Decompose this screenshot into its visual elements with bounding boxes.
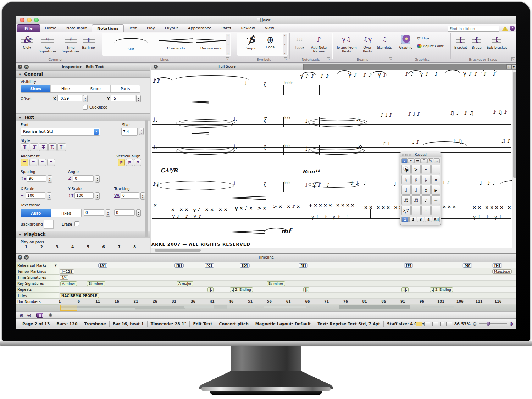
timeline-row-label-key-signatures[interactable]: Key Signatures [16,281,59,287]
flip-button[interactable]: ⇄ Flip [417,36,429,40]
ribbon-tab-note-input[interactable]: Note Input [61,24,92,32]
timeline-navigator[interactable] [16,305,516,312]
zoom-out-button[interactable]: ⊖ [473,321,477,327]
chord-symbol[interactable]: G∆⁹/B [160,167,178,174]
keypad-cell-9[interactable]: ♩ [401,185,411,195]
keypad-cell-3[interactable]: • [421,165,431,174]
portrait-view-icon[interactable] [440,322,444,326]
inspector-scrollbar[interactable] [145,120,148,237]
pass-number-6[interactable]: 6 [102,245,105,249]
add-note-names-button[interactable]: ♪ Add Note Names [308,33,330,53]
keypad-cell-11[interactable]: o [421,185,431,195]
segno-button[interactable]: S Segno [242,34,260,50]
time-signature-marker[interactable]: 4/4 [60,275,68,280]
ribbon-tab-home[interactable]: Home [40,24,61,32]
dynamic-mf[interactable]: mf [281,227,291,235]
timeline-row-label-tempo-markings[interactable]: Tempo Markings [16,268,59,275]
keypad-cell-7[interactable]: ♭ [421,175,431,184]
new-tab-button[interactable]: + [506,64,511,69]
keypad-cell-20[interactable] [431,206,440,215]
zoom-slider[interactable] [479,323,507,324]
keypad-cell-18[interactable] [411,206,421,215]
ribbon-tab-notations[interactable]: Notations [92,24,124,32]
rehearsal-mark[interactable]: [F] [404,263,413,268]
textframe-height-input[interactable]: 0 [114,209,135,216]
beams-dialog-launcher[interactable]: ↘ [389,57,392,61]
zoom-window-button[interactable] [34,18,39,22]
graphic-button[interactable]: Graphic [397,33,415,49]
pass-number-4[interactable]: 4 [71,245,74,249]
rehearsal-mark[interactable]: [D] [240,263,250,268]
timeline-row-label-titles[interactable]: Titles [16,293,59,299]
spread-view-icon[interactable] [424,322,430,326]
keypad-page-2[interactable]: 2 [409,217,416,222]
keypad-page-4[interactable]: 4 [425,217,432,222]
ribbon-tab-review[interactable]: Review [236,24,260,32]
erase-checkbox[interactable] [74,221,79,226]
style-subscript-button[interactable]: T. [48,143,57,151]
score-canvas[interactable]: ♪♪♩.ξ♭♭♭♭γ♪♪ ♪♪γ♪ ♪♪ γ♪♪♪ γ♪ ♪γ♪♪ ♪ ♪♩♩♩… [151,70,512,248]
keypad-cell-14[interactable]: ♬ [411,195,421,205]
inspector-close-button[interactable]: ✕ [18,65,22,69]
keypad-cell-1[interactable]: ▲ [401,165,411,174]
align-center-icon[interactable]: ≡ [29,159,37,166]
textframe-width-input[interactable]: 0 [84,209,104,216]
tempo-marking[interactable]: ♩=128 [60,269,74,274]
key-signature-marker[interactable]: B♭ minor [267,281,285,286]
scroll-thumb[interactable] [513,72,516,178]
keypad-cell-19[interactable]: · [421,206,431,215]
keypad-toggle-icon[interactable] [36,313,43,318]
keypad-window[interactable]: Keypad o▾▬⌒%♭♭ ▲>•—♮♯♭«♩♩o▸♬♬♪⌢ξ7· 1234A… [400,152,441,225]
warning-icon[interactable]: ! [502,26,508,31]
inspector-pin-button[interactable]: ◎ [24,65,29,69]
ribbon-tab-play[interactable]: Play [142,24,160,32]
window-titlebar[interactable]: Jazz [16,16,516,24]
settings-gear-icon[interactable]: ✺ [48,312,53,318]
offset-y-input[interactable]: -5 [111,95,135,101]
key-signature-marker[interactable]: B♭ minor [87,281,105,286]
pass-number-3[interactable]: 3 [56,245,58,249]
minimize-window-button[interactable] [27,18,32,22]
gallery-scrollbar[interactable]: ▴▾▾ [226,34,230,55]
score-vertical-scrollbar[interactable] [512,70,516,253]
stemlets-button[interactable]: ♫ Stemlets [376,33,393,49]
xscale-input[interactable]: 100 [26,192,45,199]
single-page-view-icon[interactable] [432,322,438,326]
textframe-height-stepper[interactable] [136,209,141,217]
keypad-tab-1[interactable]: o [401,158,408,163]
rehearsal-mark[interactable]: [C] [205,263,214,268]
keypad-cell-16[interactable]: ⌢ [431,195,440,205]
align-left-icon[interactable]: ≡ [21,159,28,166]
repeat-marker[interactable]: :‖2. Ending [230,287,253,292]
visibility-parts-button[interactable]: Parts [111,85,140,92]
repeat-marker[interactable]: :‖: [401,287,409,292]
rehearsal-mark[interactable]: [G] [463,263,472,268]
section-text[interactable]: Text [16,113,150,121]
keypad-cell-15[interactable]: ♪ [421,195,431,205]
sub-bracket-button[interactable]: [ Sub-bracket [484,33,509,49]
key-signature-button[interactable]: ♯♯ Key Signature [36,33,59,54]
repeat-marker[interactable]: :‖2. Ending [430,287,453,292]
pass-number-7[interactable]: 7 [118,245,120,249]
visibility-show-button[interactable]: Show [21,85,51,92]
find-in-ribbon-input[interactable] [448,26,499,32]
bracket-button[interactable]: [ Bracket [453,33,469,49]
size-stepper[interactable] [139,128,144,135]
align-right-icon[interactable]: ≡ [38,159,46,166]
zoom-slider-knob[interactable] [487,322,490,326]
keypad-page-all[interactable]: All [433,217,440,222]
font-combo[interactable]: Reprise Text Std▴▾ [21,128,100,136]
visibility-score-button[interactable]: Score [81,85,111,92]
timeline-pin-button[interactable]: ◎ [24,255,29,260]
textframe-auto-button[interactable]: Auto [21,209,51,217]
brace-button[interactable]: { Brace [470,33,484,49]
ribbon-tab-view[interactable]: View [260,24,279,32]
ribbon-tab-text[interactable]: Text [124,24,142,32]
clef-button[interactable]: & Clef [18,33,35,50]
navigator-selection[interactable] [60,305,77,311]
barline-button[interactable]: ‖ Barline [82,33,95,50]
bracket-dialog-launcher[interactable]: ↘ [511,57,515,61]
symbols-dialog-launcher[interactable]: ↘ [284,57,287,61]
yscale-stepper[interactable] [95,192,100,200]
chord-symbol[interactable]: B♭m¹¹ [302,168,320,175]
